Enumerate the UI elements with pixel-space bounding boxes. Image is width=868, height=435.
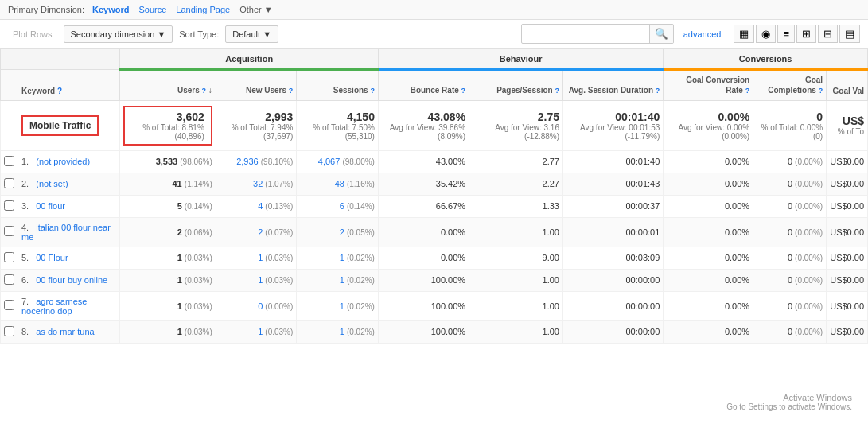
row-users: 1 (0.03%) (120, 291, 216, 320)
table-row: 6. 00 flour buy online 1 (0.03%) 1 (0.03… (1, 269, 868, 291)
cols-view-button[interactable]: ⊞ (796, 25, 816, 43)
row-avg-session: 00:03:09 (563, 247, 664, 269)
plot-rows-button[interactable]: Plot Rows (8, 26, 57, 42)
acquisition-header: Acquisition (120, 49, 379, 70)
row-pages-session: 1.00 (469, 269, 563, 291)
row-goal-comp: 0 (0.00%) (753, 269, 827, 291)
dim-source-link[interactable]: Source (138, 5, 166, 14)
row-goal-conv: 0.00% (664, 173, 753, 195)
row-checkbox[interactable] (1, 173, 18, 195)
search-button[interactable]: 🔍 (649, 25, 673, 43)
row-goal-val: US$0.00 (827, 320, 868, 343)
row-avg-session: 00:00:00 (563, 320, 664, 343)
row-checkbox[interactable] (1, 320, 18, 343)
row-sessions: 1 (0.02%) (297, 269, 379, 291)
row-goal-val: US$0.00 (827, 269, 868, 291)
row-pages-session: 2.27 (469, 173, 563, 195)
keyword-link[interactable]: 00 flour (31, 201, 65, 211)
row-goal-conv: 0.00% (664, 217, 753, 247)
row-sessions: 1 (0.02%) (297, 291, 379, 320)
pages-session-col-header[interactable]: Pages/Session ? (469, 70, 563, 101)
mobile-traffic-label: Mobile Traffic (21, 115, 99, 136)
search-input[interactable] (522, 26, 649, 42)
row-keyword: 7. agro sarnese nocerino dop (18, 291, 120, 320)
row-avg-session: 00:01:40 (563, 150, 664, 173)
table-row: 3. 00 flour 5 (0.14%) 4 (0.13%) 6 (0.14%… (1, 195, 868, 217)
table-row: 1. (not provided) 3,533 (98.06%) 2,936 (… (1, 150, 868, 173)
keyword-link[interactable]: (not set) (31, 179, 68, 188)
row-sessions: 1 (0.02%) (297, 320, 379, 343)
row-checkbox[interactable] (1, 195, 18, 217)
sort-default-dropdown[interactable]: Default ▼ (225, 25, 278, 43)
toolbar: Plot Rows Secondary dimension ▼ Sort Typ… (0, 20, 868, 49)
row-avg-session: 00:01:43 (563, 173, 664, 195)
row-users: 1 (0.03%) (120, 247, 216, 269)
mobile-traffic-goalval: US$ % of To (827, 100, 868, 150)
keyword-link[interactable]: italian 00 flour near me (21, 223, 111, 242)
keyword-link[interactable]: agro sarnese nocerino dop (21, 297, 87, 316)
secondary-dimension-dropdown[interactable]: Secondary dimension ▼ (64, 25, 173, 43)
row-new-users: 0 (0.00%) (216, 291, 297, 320)
bounce-rate-col-header[interactable]: Bounce Rate ? (378, 70, 469, 101)
keyword-link[interactable]: (not provided) (31, 157, 90, 166)
keyword-col-header: Keyword ? (18, 70, 120, 101)
mobile-traffic-avg: 00:01:40 Avg for View: 00:01:53 (-11.79%… (563, 100, 664, 150)
grid-view-button[interactable]: ▦ (734, 25, 754, 43)
row-keyword: 2. (not set) (18, 173, 120, 195)
row-goal-val: US$0.00 (827, 150, 868, 173)
row-pages-session: 9.00 (469, 247, 563, 269)
globe-icon: ◉ (761, 28, 770, 40)
data-table-container: Acquisition Behaviour Conversions Keywor… (0, 49, 868, 344)
row-goal-val: US$0.00 (827, 195, 868, 217)
row-bounce-rate: 0.00% (378, 217, 469, 247)
table-row: 8. as do mar tuna 1 (0.03%) 1 (0.03%) 1 … (1, 320, 868, 343)
avg-session-col-header[interactable]: Avg. Session Duration ? (563, 70, 664, 101)
mobile-traffic-row: Mobile Traffic 3,602 % of Total: 8.81% (… (1, 100, 868, 150)
new-users-col-header[interactable]: New Users ? (216, 70, 297, 101)
keyword-link[interactable]: 00 flour buy online (31, 275, 107, 285)
row-bounce-rate: 100.00% (378, 320, 469, 343)
row-new-users: 2,936 (98.10%) (216, 150, 297, 173)
table2-icon: ⊟ (823, 28, 832, 40)
keyword-link[interactable]: as do mar tuna (31, 327, 94, 336)
row-goal-val: US$0.00 (827, 291, 868, 320)
list-view-button[interactable]: ≡ (777, 25, 795, 43)
dim-other-dropdown[interactable]: Other ▼ (239, 5, 272, 14)
row-sessions: 4,067 (98.00%) (297, 150, 379, 173)
row-users: 2 (0.06%) (120, 217, 216, 247)
mobile-traffic-goalconv: 0.00% Avg for View: 0.00% (0.00%) (664, 100, 753, 150)
row-goal-val: US$0.00 (827, 247, 868, 269)
sessions-col-header[interactable]: Sessions ? (297, 70, 379, 101)
row-keyword: 8. as do mar tuna (18, 320, 120, 343)
row-goal-comp: 0 (0.00%) (753, 195, 827, 217)
dim-landingpage-link[interactable]: Landing Page (176, 5, 230, 14)
row-bounce-rate: 0.00% (378, 247, 469, 269)
mobile-traffic-pages: 2.75 Avg for View: 3.16 (-12.88%) (469, 100, 563, 150)
row-goal-val: US$0.00 (827, 217, 868, 247)
globe-view-button[interactable]: ◉ (756, 25, 776, 43)
row-sessions: 6 (0.14%) (297, 195, 379, 217)
advanced-link[interactable]: advanced (683, 29, 722, 39)
mobile-traffic-new-users: 2,993 % of Total: 7.94% (37,697) (216, 100, 297, 150)
goal-comp-col-header[interactable]: Goal Completions ? (753, 70, 827, 101)
row-checkbox[interactable] (1, 217, 18, 247)
users-col-header[interactable]: Users ? ↓ (120, 70, 216, 101)
row-checkbox[interactable] (1, 269, 18, 291)
sort-type-label: Sort Type: (179, 29, 219, 39)
keyword-link[interactable]: 00 Flour (31, 253, 68, 262)
col-header-row: Keyword ? Users ? ↓ New Users ? Sessions… (1, 70, 868, 101)
table2-view-button[interactable]: ⊟ (818, 25, 838, 43)
mobile-traffic-users: 3,602 % of Total: 8.81% (40,896) (120, 100, 216, 150)
goal-val-col-header[interactable]: Goal Val (827, 70, 868, 101)
row-checkbox[interactable] (1, 247, 18, 269)
row-checkbox[interactable] (1, 150, 18, 173)
chart-view-button[interactable]: ▤ (839, 25, 860, 43)
row-keyword: 1. (not provided) (18, 150, 120, 173)
row-keyword: 4. italian 00 flour near me (18, 217, 120, 247)
dim-keyword-link[interactable]: Keyword (92, 5, 129, 14)
row-bounce-rate: 43.00% (378, 150, 469, 173)
cols-icon: ⊞ (802, 28, 811, 40)
row-checkbox[interactable] (1, 291, 18, 320)
row-keyword: 6. 00 flour buy online (18, 269, 120, 291)
goal-conv-col-header[interactable]: Goal Conversion Rate ? (664, 70, 753, 101)
